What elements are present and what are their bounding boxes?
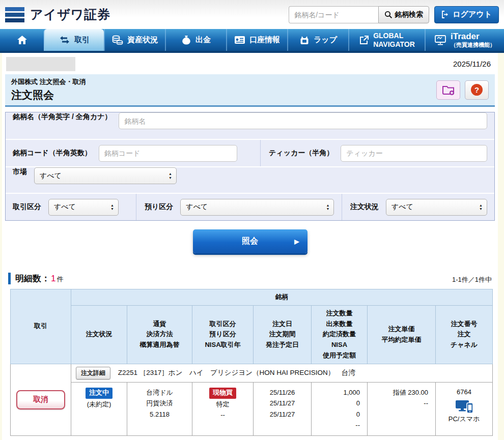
nav-tab-trade[interactable]: 取引 — [44, 29, 104, 51]
col-header-currency: 通貨 決済方法 概算適用為替 — [127, 305, 192, 364]
stock-code-input[interactable] — [99, 145, 237, 162]
submit-arrow-icon: ▶ — [294, 238, 299, 245]
deposit-value: すべて — [186, 202, 208, 212]
page-title-bar: 外国株式 注文照会・取消 注文照会 ? — [5, 74, 495, 107]
info-row: 2025/11/26 — [5, 53, 495, 74]
col-header-price: 注文単価 平均約定単価 — [368, 305, 436, 364]
nav-trade-label: 取引 — [74, 35, 90, 45]
currency-cell: 台湾ドル 円貨決済 5.2118 — [127, 382, 192, 435]
submit-area: 照会 ▶ — [5, 229, 495, 253]
form-row-name: 銘柄名（半角英字 / 全角カナ） — [6, 112, 494, 139]
trade-type-value: すべて — [54, 202, 76, 212]
result-range: 1-1件／1件中 — [452, 275, 492, 284]
col-header-stock: 銘柄 — [71, 289, 493, 306]
nav-wrap-label: ラップ — [314, 35, 337, 45]
redacted-user-info — [6, 57, 75, 71]
ticker-input[interactable] — [341, 145, 487, 162]
save-conditions-button[interactable] — [436, 80, 460, 100]
nav-account-label: 口座情報 — [249, 35, 280, 45]
help-icon: ? — [471, 84, 483, 96]
form-row-code: 銘柄コード（半角英数） ティッカー（半角） — [6, 139, 494, 166]
main-content: 2025/11/26 外国株式 注文照会・取消 注文照会 ? 銘柄名（半角英字 … — [2, 53, 498, 440]
select-arrows-icon: ▲▼ — [479, 203, 483, 211]
nav-tab-itrader[interactable]: iTrader （売買連携機能） — [425, 29, 504, 51]
current-date: 2025/11/26 — [453, 60, 491, 68]
logout-icon — [441, 11, 449, 18]
order-search-form: 銘柄名（半角英字 / 全角カナ） 銘柄コード（半角英数） ティッカー（半角） 市… — [5, 112, 495, 221]
stock-name-cell: 注文詳細 Z2251 ［2317］ホン ハイ プリシジヨン（HON HAI PR… — [71, 364, 493, 382]
nav-itrader-label: iTrader — [451, 32, 480, 42]
result-count-label: 明細数： — [15, 274, 50, 283]
select-arrows-icon: ▲▼ — [169, 172, 172, 180]
nav-tab-account[interactable]: 口座情報 — [226, 29, 287, 51]
deposit-label: 預り区分 — [145, 202, 173, 212]
monitor-icon — [434, 35, 446, 45]
col-header-number: 注文番号 注文 チャネル — [436, 305, 493, 364]
header-tools: 銘柄検索 ログアウト — [289, 6, 499, 23]
money-pouch-icon — [181, 35, 191, 45]
folder-plus-icon — [442, 84, 455, 96]
nav-tab-global-navigator[interactable]: GLOBAL NAVIGATOR — [348, 29, 425, 51]
id-card-icon — [234, 36, 245, 44]
nav-withdraw-label: 出金 — [195, 35, 211, 45]
result-count-unit: 件 — [57, 275, 63, 283]
market-select-value: すべて — [40, 171, 62, 181]
order-number-cell: 6764 PC/スマホ — [436, 382, 493, 435]
nav-tab-assets[interactable]: 資産状況 — [104, 29, 165, 51]
pc-smartphone-icon — [455, 399, 473, 414]
page-title: 注文照会 — [11, 88, 86, 102]
stock-search-button[interactable]: 銘柄検索 — [378, 6, 429, 23]
brand-name: アイザワ証券 — [30, 6, 110, 23]
result-count-number: 1 — [50, 274, 57, 283]
inquiry-submit-button[interactable]: 照会 ▶ — [193, 229, 307, 253]
deposit-select[interactable]: すべて ▲▼ — [180, 199, 334, 216]
order-status-label: 注文状況 — [350, 202, 379, 212]
stock-search-input[interactable] — [289, 6, 378, 23]
market-select[interactable]: すべて ▲▼ — [34, 167, 177, 184]
ticker-cell: ティッカー（半角） — [260, 140, 494, 166]
col-header-date: 注文日 注文期間 発注予定日 — [254, 305, 312, 364]
results-bar: 明細数：1件 1-1件／1件中 — [8, 273, 492, 284]
stock-name-label: 銘柄名（半角英字 / 全角カナ） — [13, 112, 111, 139]
logout-button[interactable]: ログアウト — [434, 6, 499, 23]
col-header-trade: 取引 — [11, 289, 71, 364]
stock-name-input[interactable] — [119, 112, 487, 129]
order-status-cell-value: 注文中 (未約定) — [71, 382, 127, 435]
nav-tab-home[interactable] — [0, 29, 44, 51]
help-button[interactable]: ? — [465, 80, 489, 100]
cancel-order-button[interactable]: 取消 — [16, 390, 65, 409]
trade-type-select[interactable]: すべて ▲▼ — [48, 199, 119, 216]
nav-itrader-sublabel: （売買連携機能） — [451, 42, 495, 48]
order-status-select[interactable]: すべて ▲▼ — [386, 199, 487, 216]
order-channel: PC/スマホ — [439, 414, 489, 424]
inquiry-submit-label: 照会 — [242, 237, 258, 245]
trade-type-lines: 特定 -- — [195, 399, 250, 421]
order-detail-button[interactable]: 注文詳細 — [76, 367, 110, 379]
col-header-type: 取引区分 預り区分 NISA取引年 — [192, 305, 254, 364]
search-icon — [384, 11, 393, 19]
title-buttons: ? — [436, 80, 489, 100]
brand-logo: アイザワ証券 — [5, 6, 110, 23]
col-header-qty: 注文数量 出来数量 約定済数量 NISA 使用予定額 — [312, 305, 368, 364]
price-cell: 指値 230.00 -- — [368, 382, 436, 435]
quantity-cell: 1,000 0 0 -- — [312, 382, 368, 435]
main-nav: 取引 資産状況 出金 口座情報 ラップ GLOBAL NAVIGATOR — [0, 29, 504, 53]
status-badge: 注文中 — [86, 388, 113, 399]
cancel-cell: 取消 — [11, 364, 71, 435]
breadcrumb: 外国株式 注文照会・取消 — [11, 77, 86, 86]
nav-global-label: GLOBAL NAVIGATOR — [373, 32, 415, 49]
order-name-row: 取消 注文詳細 Z2251 ［2317］ホン ハイ プリシジヨン（HON HAI… — [11, 364, 493, 382]
nav-tab-wrap[interactable]: ラップ — [287, 29, 348, 51]
nav-tab-withdraw[interactable]: 出金 — [165, 29, 226, 51]
order-status-cell: 注文状況 すべて ▲▼ — [342, 194, 494, 220]
orders-table: 取引 銘柄 注文状況 通貨 決済方法 概算適用為替 取引区分 預り区分 NISA… — [10, 289, 493, 436]
external-link-icon — [359, 35, 369, 45]
order-number: 6764 — [439, 387, 489, 397]
form-row-market: 市場 すべて ▲▼ — [6, 166, 494, 193]
stock-search-label: 銘柄検索 — [395, 10, 423, 19]
wrapped-parcel-icon — [299, 35, 310, 45]
market-label: 市場 — [13, 167, 27, 193]
table-header-row-sub: 注文状況 通貨 決済方法 概算適用為替 取引区分 預り区分 NISA取引年 注文… — [11, 305, 493, 364]
select-arrows-icon: ▲▼ — [326, 203, 329, 211]
status-sub-text: (未約定) — [74, 399, 124, 409]
